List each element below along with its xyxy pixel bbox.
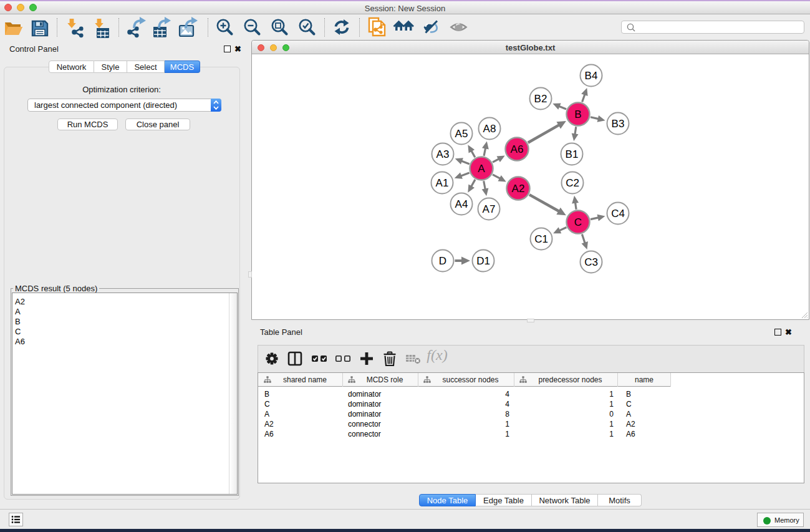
svg-text:B: B <box>574 109 581 120</box>
svg-text:B3: B3 <box>612 118 625 130</box>
svg-text:A4: A4 <box>455 198 468 210</box>
svg-text:A5: A5 <box>455 128 468 140</box>
svg-text:A3: A3 <box>436 148 450 160</box>
svg-text:B1: B1 <box>566 148 579 160</box>
svg-text:C1: C1 <box>534 233 548 245</box>
svg-text:C2: C2 <box>566 177 579 189</box>
svg-text:A1: A1 <box>436 177 449 189</box>
svg-text:C3: C3 <box>584 256 598 268</box>
svg-text:A: A <box>478 163 485 175</box>
svg-text:A6: A6 <box>511 143 524 155</box>
svg-text:B2: B2 <box>534 93 547 105</box>
svg-text:D: D <box>439 255 446 267</box>
svg-text:A2: A2 <box>512 183 525 195</box>
svg-text:D1: D1 <box>476 255 490 267</box>
svg-text:A8: A8 <box>483 123 496 135</box>
svg-text:C: C <box>574 216 582 228</box>
svg-text:B4: B4 <box>585 70 598 82</box>
svg-text:C4: C4 <box>611 208 625 220</box>
svg-text:A7: A7 <box>483 203 496 215</box>
